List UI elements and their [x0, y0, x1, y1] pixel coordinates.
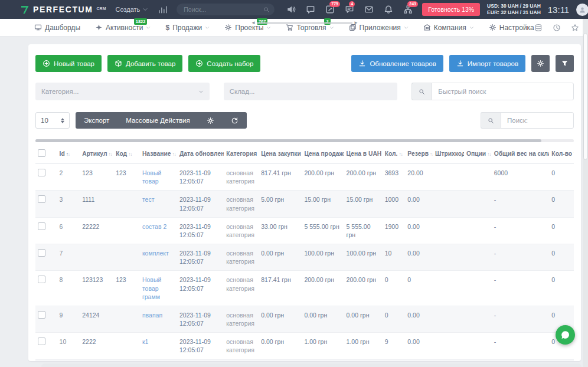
column-header-4[interactable]: Дата обновления↑↓	[177, 145, 224, 164]
cell-category: основная категория	[224, 164, 259, 191]
product-name-link[interactable]: пвапап	[142, 312, 162, 319]
refresh-button[interactable]	[223, 112, 247, 129]
scroll-right-arrow[interactable]: ►	[354, 21, 358, 25]
row-checkbox[interactable]	[38, 169, 45, 176]
chat-icon[interactable]	[306, 5, 315, 14]
mail-icon[interactable]	[364, 5, 374, 14]
cell-uah: 0.00 грн	[344, 306, 383, 332]
bulk-actions-button[interactable]: Массовые Действия	[117, 112, 198, 129]
cell-id: 9	[57, 306, 80, 332]
row-checkbox[interactable]	[38, 276, 45, 283]
row-checkbox[interactable]	[38, 337, 45, 345]
readiness-button[interactable]: Готовность 13%	[422, 3, 480, 16]
cell-checkbox	[35, 217, 57, 244]
filter-button[interactable]	[556, 55, 574, 72]
product-name-link[interactable]: к1	[142, 338, 148, 345]
columns-settings-button[interactable]	[198, 112, 223, 129]
sort-icon: ↑↓	[128, 152, 132, 157]
column-header-8[interactable]: Цена в UAH↑↓	[344, 145, 383, 164]
notifications-icon[interactable]	[384, 5, 393, 14]
cell-sale: 200.00 грн	[302, 164, 344, 191]
user-menu[interactable]	[576, 4, 588, 16]
product-name-link[interactable]: Новый товар грамм	[142, 276, 161, 300]
eur-rate: EUR: 32 UAH / 31 UAH	[487, 9, 541, 16]
column-header-10[interactable]: Резерв↑↓	[405, 145, 433, 164]
row-checkbox[interactable]	[38, 249, 45, 257]
cell-barcode	[433, 244, 464, 271]
funnel-icon	[561, 60, 569, 67]
column-header-5[interactable]: Категория↑↓	[224, 145, 259, 164]
column-header-7[interactable]: Цена продажи↑↓	[302, 145, 344, 164]
nav-item-7[interactable]: Настройка	[489, 24, 534, 32]
history-icon[interactable]	[553, 24, 561, 32]
chat-fab[interactable]	[556, 325, 575, 345]
nav-horizontal-scrollbar[interactable]: ◄ ►	[251, 21, 358, 25]
table-settings-button[interactable]	[531, 55, 550, 72]
select-all-header	[35, 145, 57, 164]
tasks-icon[interactable]: 775	[325, 5, 335, 14]
chart-icon[interactable]	[158, 5, 167, 14]
database-icon[interactable]	[534, 24, 543, 32]
structure-icon[interactable]: 243	[403, 5, 413, 14]
nav-item-6[interactable]: Компания	[423, 24, 474, 32]
create-button[interactable]: Создать	[115, 6, 148, 13]
column-header-12[interactable]: Опции↑↓	[464, 145, 492, 164]
import-products-button[interactable]: Импорт товаров	[449, 55, 525, 72]
table-horizontal-scrollbar[interactable]	[35, 139, 574, 142]
export-button[interactable]: Экспорт	[76, 112, 117, 129]
column-header-1[interactable]: Артикул↑↓	[80, 145, 113, 164]
cell-name: тест	[140, 191, 177, 217]
scroll-left-arrow[interactable]: ◄	[251, 21, 256, 25]
nav-item-0[interactable]: Дашборды	[34, 24, 80, 32]
row-checkbox[interactable]	[38, 195, 45, 203]
cell-name: комплект	[140, 244, 177, 271]
chevron-down-icon	[142, 6, 148, 12]
quick-search-input[interactable]	[432, 83, 574, 100]
sort-icon: ↑↓	[430, 152, 433, 157]
product-name-link[interactable]: Новый товар	[142, 169, 161, 185]
row-checkbox[interactable]	[38, 222, 45, 230]
cell-code	[113, 191, 140, 217]
warehouse-select[interactable]: Склад...	[224, 83, 398, 100]
row-checkbox[interactable]	[38, 311, 45, 319]
scrollbar-thumb[interactable]	[35, 139, 541, 142]
create-bundle-button[interactable]: Создать набор	[188, 55, 260, 72]
favorites-icon[interactable]	[571, 24, 579, 32]
cell-barcode	[433, 271, 464, 306]
new-product-button[interactable]: Новый товар	[35, 55, 102, 72]
vertical-scrollbar-thumb[interactable]	[583, 33, 587, 160]
column-header-0[interactable]: Id↑↓	[57, 145, 80, 164]
column-header-9[interactable]: Кол.↑↓	[383, 145, 406, 164]
table-search-input[interactable]	[501, 112, 574, 129]
sound-icon[interactable]	[286, 5, 296, 14]
cell-supplier_qty: 0	[549, 244, 574, 271]
column-header-13[interactable]: Общий вес на складе↑↓	[492, 145, 550, 164]
column-header-6[interactable]: Цена закупки↑↓	[259, 145, 302, 164]
add-product-button[interactable]: Добавить товар	[107, 55, 182, 72]
cell-barcode	[433, 191, 464, 217]
monitor-icon	[34, 24, 42, 31]
app-logo[interactable]: PERFECTUM CRM	[20, 5, 106, 15]
page-size-select[interactable]: 10	[35, 112, 70, 129]
cell-weight: 6000	[492, 164, 550, 191]
nav-item-1[interactable]: Активности1822	[95, 24, 151, 32]
product-name-link[interactable]: состав 2	[142, 223, 166, 230]
select-all-checkbox[interactable]	[38, 149, 45, 157]
cell-reserve: 20.00	[405, 164, 433, 191]
nav-item-2[interactable]: $Продажи	[165, 24, 210, 32]
refresh-icon	[231, 117, 239, 124]
column-header-2[interactable]: Код↑↓	[113, 145, 140, 164]
category-select[interactable]: Категория...	[35, 83, 210, 100]
update-products-button[interactable]: Обновление товаров	[351, 55, 443, 72]
plus-circle-icon	[43, 60, 50, 67]
scrollbar-track[interactable]	[257, 22, 352, 24]
column-header-3[interactable]: Название↑↓	[140, 145, 177, 164]
avatar	[576, 4, 588, 16]
cell-sku: 123	[80, 164, 113, 191]
cell-uah: 1.00 грн	[344, 359, 383, 361]
product-name-link[interactable]: комплект	[142, 250, 169, 257]
product-name-link[interactable]: тест	[142, 196, 155, 203]
table-row: 8123123123Новый товар грамм2023-11-09 12…	[35, 271, 574, 306]
messages-icon[interactable]: 4	[345, 5, 354, 14]
global-search-input[interactable]	[184, 6, 263, 13]
